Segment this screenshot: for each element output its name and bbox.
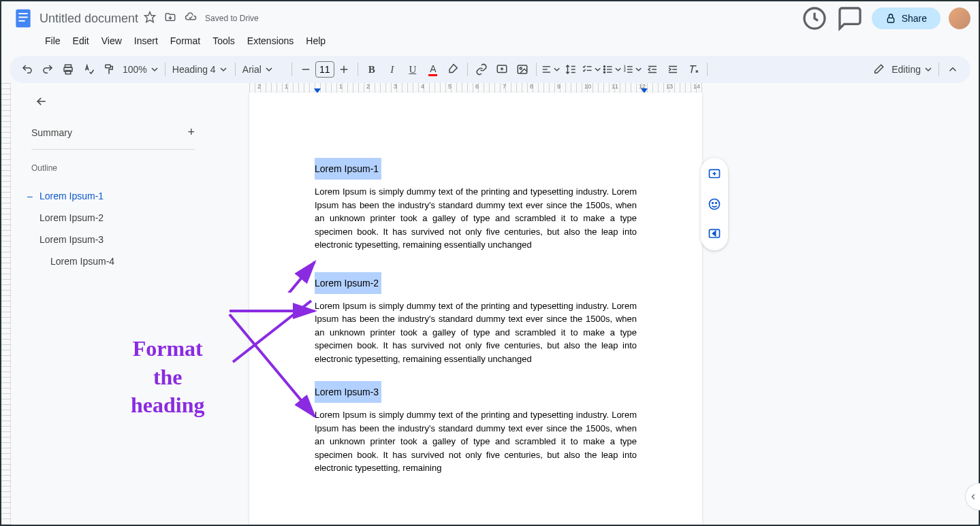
menu-extensions[interactable]: Extensions — [242, 33, 299, 49]
doc-heading-1[interactable]: Lorem Ipsum-1 — [315, 158, 381, 180]
svg-rect-3 — [18, 20, 25, 22]
zoom-selector[interactable]: 100% — [120, 61, 161, 78]
insert-image-button[interactable] — [513, 60, 532, 79]
style-selector[interactable]: Heading 4 — [170, 61, 231, 78]
doc-paragraph-2[interactable]: Lorem Ipsum is simply dummy text of the … — [315, 299, 637, 366]
menu-view[interactable]: View — [96, 33, 127, 49]
menu-help[interactable]: Help — [300, 33, 331, 49]
svg-rect-10 — [106, 65, 111, 68]
sidebar-back-button[interactable] — [31, 91, 52, 112]
menu-tools[interactable]: Tools — [207, 33, 240, 49]
star-icon[interactable] — [144, 11, 156, 26]
font-selector[interactable]: Arial — [240, 61, 287, 78]
svg-point-28 — [603, 69, 605, 70]
share-button[interactable]: Share — [872, 7, 941, 29]
vertical-ruler — [1, 83, 11, 525]
horizontal-ruler[interactable]: 2 1 1 2 3 4 5 6 7 8 9 10 11 12 13 14 — [249, 83, 702, 93]
indent-increase-button[interactable] — [663, 60, 682, 79]
svg-marker-4 — [145, 12, 155, 22]
collapse-toolbar-button[interactable] — [943, 60, 962, 79]
header-right: Share — [801, 5, 970, 32]
docs-logo-icon[interactable] — [10, 5, 37, 32]
doc-heading-2[interactable]: Lorem Ipsum-2 — [315, 272, 381, 294]
comment-icon[interactable] — [836, 5, 864, 32]
spellcheck-button[interactable] — [79, 60, 98, 79]
clear-formatting-button[interactable] — [684, 60, 703, 79]
document-title[interactable]: Untitled document — [39, 12, 138, 26]
font-size-input[interactable] — [315, 61, 334, 78]
document-page[interactable]: Lorem Ipsum-1 Lorem Ipsum is simply dumm… — [249, 93, 702, 525]
outline-item-2[interactable]: Lorem Ipsum-2 — [31, 207, 195, 229]
italic-button[interactable]: I — [383, 60, 402, 79]
svg-point-18 — [520, 67, 522, 69]
svg-rect-2 — [18, 16, 27, 18]
svg-point-49 — [716, 203, 717, 204]
menu-file[interactable]: File — [39, 33, 66, 49]
svg-rect-6 — [887, 18, 894, 22]
doc-paragraph-1[interactable]: Lorem Ipsum is simply dummy text of the … — [315, 185, 637, 252]
toolbar: 100% Heading 4 Arial B I U A 12 Editing — [10, 56, 970, 83]
svg-point-29 — [603, 71, 605, 73]
print-button[interactable] — [59, 60, 78, 79]
history-icon[interactable] — [801, 5, 828, 32]
font-size-decrease[interactable] — [296, 60, 315, 79]
document-container: 2 1 1 2 3 4 5 6 7 8 9 10 11 12 13 14 Lor… — [208, 83, 979, 525]
checklist-button[interactable] — [582, 60, 601, 79]
align-button[interactable] — [541, 60, 560, 79]
editing-mode-selector[interactable]: Editing — [870, 61, 934, 78]
outline-item-3[interactable]: Lorem Ipsum-3 — [31, 229, 195, 250]
insert-link-button[interactable] — [472, 60, 491, 79]
menu-insert[interactable]: Insert — [129, 33, 163, 49]
text-color-button[interactable]: A — [424, 60, 443, 79]
add-comment-button[interactable] — [492, 60, 511, 79]
floating-comment-tools — [701, 158, 728, 250]
outline-label: Outline — [31, 163, 195, 173]
add-comment-icon[interactable] — [704, 163, 725, 185]
share-label: Share — [902, 13, 927, 24]
svg-point-47 — [710, 199, 720, 210]
outline-item-4[interactable]: Lorem Ipsum-4 — [31, 250, 195, 272]
saved-status: Saved to Drive — [205, 14, 259, 23]
cloud-saved-icon[interactable] — [185, 11, 197, 26]
add-summary-button[interactable]: + — [187, 125, 195, 139]
menubar: File Edit View Insert Format Tools Exten… — [1, 31, 979, 50]
underline-button[interactable]: U — [403, 60, 422, 79]
font-size-increase[interactable] — [334, 60, 353, 79]
svg-point-27 — [603, 66, 605, 67]
line-spacing-button[interactable] — [561, 60, 580, 79]
doc-paragraph-3[interactable]: Lorem Ipsum is simply dummy text of the … — [315, 408, 637, 475]
suggest-edit-icon[interactable] — [704, 223, 725, 245]
summary-label: Summary — [31, 127, 72, 138]
move-icon[interactable] — [164, 11, 176, 26]
bold-button[interactable]: B — [362, 60, 381, 79]
undo-button[interactable] — [18, 60, 37, 79]
svg-rect-0 — [16, 10, 30, 28]
user-avatar[interactable] — [949, 7, 970, 29]
redo-button[interactable] — [38, 60, 57, 79]
menu-edit[interactable]: Edit — [67, 33, 95, 49]
outline-sidebar: Summary + Outline Lorem Ipsum-1 Lorem Ip… — [11, 83, 208, 525]
svg-text:2: 2 — [624, 69, 626, 72]
highlight-button[interactable] — [444, 60, 463, 79]
outline-item-1[interactable]: Lorem Ipsum-1 — [31, 185, 195, 207]
paint-format-button[interactable] — [99, 60, 118, 79]
header: Untitled document Saved to Drive Share — [1, 1, 979, 31]
menu-format[interactable]: Format — [165, 33, 206, 49]
title-area: Untitled document Saved to Drive — [37, 11, 801, 26]
indent-decrease-button[interactable] — [643, 60, 662, 79]
svg-point-48 — [712, 203, 714, 204]
svg-rect-1 — [18, 13, 27, 14]
numbered-list-button[interactable]: 12 — [622, 60, 642, 79]
doc-heading-3[interactable]: Lorem Ipsum-3 — [315, 381, 381, 403]
emoji-reaction-icon[interactable] — [704, 193, 725, 215]
bulleted-list-button[interactable] — [602, 60, 621, 79]
